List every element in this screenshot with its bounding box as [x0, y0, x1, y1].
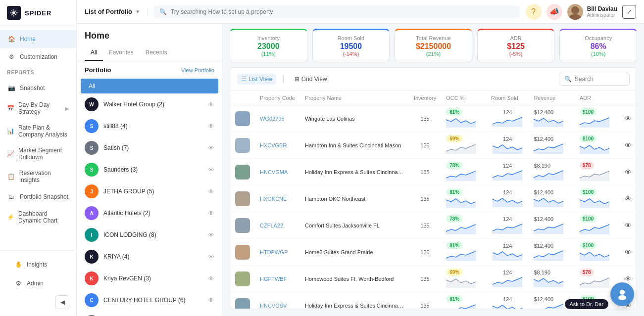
eye-icon-saunders[interactable]: 👁 [208, 166, 214, 174]
tab-favorites[interactable]: Favorites [103, 45, 139, 61]
sidebar-collapse-button[interactable]: ◀ [55, 295, 69, 309]
inventory-cell: 135 [409, 292, 441, 309]
portfolio-item-still88[interactable]: S still88 (4) 👁 [77, 115, 222, 137]
eye-cell[interactable]: 👁 [620, 239, 637, 266]
sidebar-item-insights[interactable]: ✋ Insights [7, 256, 69, 273]
col-header-occ: OCC % [441, 91, 486, 105]
eye-icon-kriya-revgen[interactable]: 👁 [208, 275, 214, 282]
row-eye-icon[interactable]: 👁 [625, 115, 632, 123]
room-sold-cell: 124 [486, 212, 529, 239]
portfolio-item-ora[interactable]: O Ora Management (3) 👁 [77, 311, 222, 316]
sidebar-item-dashboard-dynamic[interactable]: ⚡ Dashboard Dynamic Chart [0, 206, 76, 228]
content-area: Home All Favorites Recents Portfolio Vie… [77, 24, 644, 316]
revenue-cell: $12,400 [529, 185, 575, 212]
table-search-input[interactable] [575, 76, 624, 83]
logo: SPIDER [0, 0, 76, 26]
table-search-bar[interactable]: 🔍 [559, 73, 630, 86]
prop-code-cell[interactable]: HXOKCNE [255, 185, 300, 212]
notification-button[interactable]: 📣 [546, 4, 562, 20]
user-details: Bill Daviau Adminstrator [587, 5, 617, 18]
list-view-button[interactable]: ☰ List View [237, 74, 276, 85]
tab-recents[interactable]: Recents [140, 45, 173, 61]
prop-code-cell[interactable]: HXCVGBR [255, 132, 300, 159]
eye-cell[interactable]: 👁 [620, 105, 637, 132]
global-search-input[interactable] [171, 8, 514, 15]
portfolio-item-walker[interactable]: W Walker Hotel Group (2) 👁 [77, 93, 222, 115]
prop-code-cell[interactable]: HGFTWBF [255, 266, 300, 292]
sidebar-item-day-by-day[interactable]: 📅 Day By Day Strategy ▶ [0, 97, 76, 120]
sidebar-item-snapshot[interactable]: 📷 Snapshot [0, 79, 76, 97]
sidebar-item-rate-plan[interactable]: 📊 Rate Plan & Company Analysis [0, 120, 76, 142]
portfolio-item-atlantic[interactable]: A Atlantic Hotels (2) 👁 [77, 202, 222, 224]
sidebar-item-admin-label: Admin [27, 280, 44, 287]
eye-icon-jetha[interactable]: 👁 [208, 188, 214, 195]
sidebar-item-market-segment[interactable]: 📈 Market Segment Drilldown [0, 142, 76, 165]
room-sold-cell: 124 [486, 239, 529, 266]
stat-card-occupancy: Occupancy 86% (10%) [559, 29, 637, 62]
eye-cell[interactable]: 👁 [620, 185, 637, 212]
eye-cell[interactable]: 👁 [620, 159, 637, 185]
eye-icon-atlantic[interactable]: 👁 [208, 210, 214, 217]
eye-cell[interactable]: 👁 [620, 132, 637, 159]
inventory-cell: 135 [409, 185, 441, 212]
col-header-actions [620, 91, 637, 105]
global-search-bar[interactable]: 🔍 [153, 5, 520, 18]
help-button[interactable]: ? [526, 4, 542, 20]
fullscreen-button[interactable]: ⤢ [622, 5, 636, 19]
eye-cell[interactable]: 👁 [620, 212, 637, 239]
stat-room-sold-sub: (-14%) [320, 51, 383, 57]
row-eye-icon[interactable]: 👁 [625, 222, 632, 229]
main-content: List of Portfolio ▼ 🔍 ? 📣 Bill Daviau Ad… [77, 0, 644, 316]
portfolio-item-all[interactable]: All [81, 79, 218, 93]
eye-icon-walker[interactable]: 👁 [208, 101, 214, 108]
portfolio-item-saunders[interactable]: S Saunders (3) 👁 [77, 159, 222, 181]
inventory-cell: 135 [409, 159, 441, 185]
prop-code-cell[interactable]: CZFLA22 [255, 212, 300, 239]
eye-icon-century[interactable]: 👁 [208, 297, 214, 304]
grid-view-button[interactable]: ⊞ Grid View [291, 74, 331, 85]
prop-code-cell[interactable]: HNCVGSV [255, 292, 300, 309]
sidebar-item-reservation[interactable]: 📋 Reservation Insights [0, 165, 76, 188]
eye-icon-kriya[interactable]: 👁 [208, 253, 214, 261]
row-eye-icon[interactable]: 👁 [625, 275, 632, 283]
portfolio-item-kriya-revgen[interactable]: K Kriya RevGEN (3) 👁 [77, 268, 222, 289]
occ-cell: 69% [441, 266, 486, 292]
view-portfolio-link[interactable]: View Portfolio [181, 67, 214, 73]
portfolio-item-icon[interactable]: I ICON LODGING (8) 👁 [77, 224, 222, 246]
prop-code-cell[interactable]: HNCVGMA [255, 159, 300, 185]
revenue-cell: $12,400 [529, 239, 575, 266]
portfolio-item-satish[interactable]: S Satish (7) 👁 [77, 137, 222, 159]
portfolio-avatar-century: C [85, 293, 99, 307]
row-eye-icon[interactable]: 👁 [625, 248, 632, 256]
table-row: HXCVGBR Hampton Inn & Suites Cincinnati … [230, 132, 637, 159]
eye-icon-still88[interactable]: 👁 [208, 123, 214, 130]
sidebar-item-portfolio-snapshot[interactable]: 🗂 Portfolio Snapshot [0, 188, 76, 206]
stat-inventory-sub: (11%) [237, 51, 300, 57]
inventory-cell: 135 [409, 132, 441, 159]
portfolio-selector[interactable]: List of Portfolio ▼ [85, 8, 148, 15]
adr-cell: $100 [575, 105, 620, 132]
tab-all[interactable]: All [85, 45, 103, 61]
room-sold-cell: 124 [486, 105, 529, 132]
eye-icon-icon[interactable]: 👁 [208, 231, 214, 239]
row-eye-icon[interactable]: 👁 [625, 168, 632, 176]
portfolio-selector-label: List of Portfolio [85, 8, 132, 15]
sidebar-item-home[interactable]: 🏠 Home [0, 30, 76, 48]
reservation-icon: 📋 [7, 172, 15, 181]
sidebar-item-customization[interactable]: ⚙ Customization [0, 48, 76, 66]
portfolio-item-kriya-revgen-label: Kriya RevGEN (3) [103, 275, 203, 282]
portfolio-item-kriya[interactable]: K KRIYA (4) 👁 [77, 246, 222, 268]
sidebar-item-admin[interactable]: ⚙ Admin [7, 274, 69, 292]
user-profile[interactable]: Bill Daviau Adminstrator [567, 4, 617, 20]
prop-name-cell: Hampton OKC Northeast [300, 185, 409, 212]
prop-code-cell[interactable]: HTDPWGP [255, 239, 300, 266]
eye-icon-satish[interactable]: 👁 [208, 144, 214, 152]
portfolio-item-jetha[interactable]: J JETHA GROUP (5) 👁 [77, 181, 222, 202]
sidebar-item-day-by-day-label: Day By Day Strategy [18, 101, 61, 115]
portfolio-item-century[interactable]: C CENTURY HOTEL GROUP (6) 👁 [77, 289, 222, 311]
row-eye-icon[interactable]: 👁 [625, 141, 632, 149]
portfolio-item-saunders-label: Saunders (3) [103, 166, 203, 173]
row-eye-icon[interactable]: 👁 [625, 195, 632, 203]
chatbot-button[interactable] [610, 282, 634, 306]
prop-code-cell[interactable]: WG02795 [255, 105, 300, 132]
